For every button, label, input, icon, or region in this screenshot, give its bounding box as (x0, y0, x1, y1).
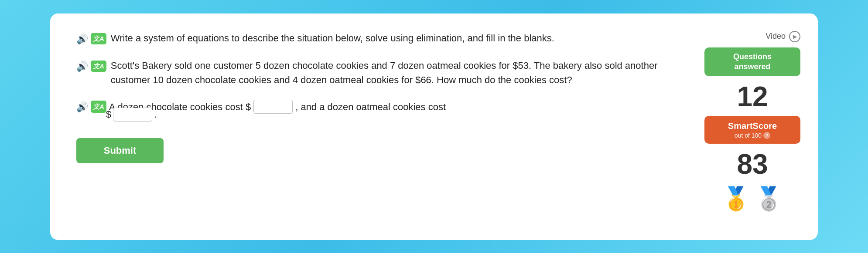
medal-gold: 🥇 (722, 186, 750, 212)
info-icon[interactable]: ? (763, 132, 770, 139)
translate-icon-1[interactable]: 文A (91, 33, 106, 45)
medal-blue: 🥈 (755, 186, 783, 212)
instruction-icons: 🔊 文A (76, 32, 106, 46)
questions-count: 12 (737, 81, 768, 112)
questions-answered-badge: Questionsanswered (704, 47, 800, 77)
input-oatmeal-cost[interactable] (113, 108, 152, 121)
answer-icons: 🔊 文A (76, 99, 106, 115)
problem-text: Scott's Bakery sold one customer 5 dozen… (111, 58, 687, 87)
answer-period: . (154, 109, 157, 120)
video-link[interactable]: Video ▶ (765, 31, 800, 42)
translate-icon-3[interactable]: 文A (91, 101, 106, 113)
sidebar: Video ▶ Questionsanswered 12 SmartScore … (704, 31, 800, 223)
audio-icon-1[interactable]: 🔊 (76, 32, 88, 46)
medals-row: 🥇 🥈 (722, 186, 783, 212)
questions-answered-label: Questionsanswered (733, 52, 772, 71)
main-card: 🔊 文A Write a system of equations to desc… (50, 13, 818, 240)
instruction-text: Write a system of equations to describe … (111, 31, 687, 45)
play-icon: ▶ (789, 31, 800, 42)
problem-icons: 🔊 文A (76, 59, 106, 74)
problem-block: 🔊 文A Scott's Bakery sold one customer 5 … (76, 58, 687, 87)
submit-button[interactable]: Submit (76, 138, 164, 163)
smartscore-title: SmartScore (728, 120, 777, 132)
audio-icon-2[interactable]: 🔊 (76, 59, 88, 74)
instruction-block: 🔊 文A Write a system of equations to desc… (76, 31, 687, 46)
audio-icon-3[interactable]: 🔊 (76, 99, 88, 115)
smartscore-badge: SmartScore out of 100 ? (704, 116, 800, 144)
smartscore-subtitle: out of 100 ? (735, 132, 770, 139)
video-label: Video (765, 32, 786, 41)
content-area: 🔊 文A Write a system of equations to desc… (76, 31, 687, 223)
translate-icon-2[interactable]: 文A (91, 61, 106, 72)
answer-second-prefix: $ (106, 109, 111, 120)
answer-block: 🔊 文A A dozen chocolate cookies cost $ , … (76, 99, 687, 121)
answer-middle: , and a dozen oatmeal cookies cost (295, 99, 446, 115)
input-chocolate-cost[interactable] (253, 100, 293, 114)
smartscore-value: 83 (737, 149, 768, 179)
